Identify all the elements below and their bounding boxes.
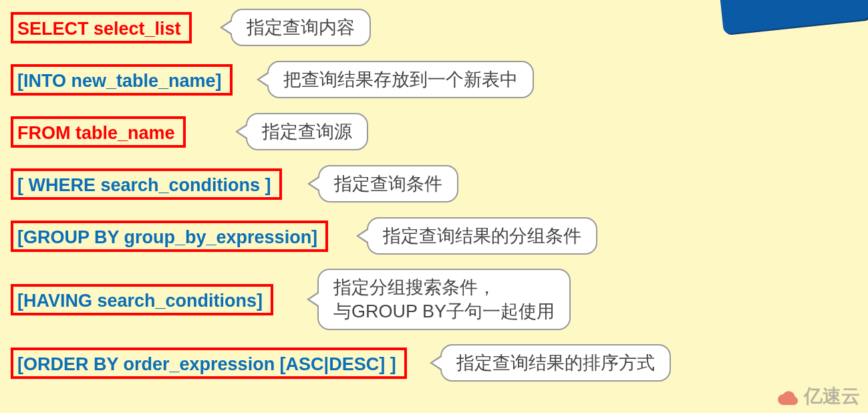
sql-clause-text: SELECT select_list [17,19,181,39]
description-bubble: 指定查询结果的排序方式 [440,344,671,382]
sql-clause-text: FROM table_name [17,123,175,143]
description-bubble: 指定查询结果的分组条件 [367,217,597,255]
diagram-row: SELECT select_list指定查询内容 [11,5,868,49]
sql-clause-box: [INTO new_table_name] [11,64,233,96]
sql-clause-box: FROM table_name [11,116,186,148]
sql-clause-box: [GROUP BY group_by_expression] [11,221,328,252]
watermark-text: 亿速云 [804,384,860,409]
cloud-logo-icon [773,386,800,407]
diagram-rows: SELECT select_list指定查询内容[INTO new_table_… [0,5,868,385]
watermark: 亿速云 [773,384,860,409]
sql-clause-box: [ORDER BY order_expression [ASC|DESC] ] [11,348,407,379]
description-bubble: 指定查询内容 [231,9,371,46]
diagram-row: [ORDER BY order_expression [ASC|DESC] ]指… [11,341,868,385]
description-bubble: 指定分组搜索条件，与GROUP BY子句一起使用 [317,269,571,331]
sql-clause-box: [ WHERE search_conditions ] [11,168,282,200]
sql-clause-text: [INTO new_table_name] [17,71,222,91]
sql-clause-box: [HAVING search_conditions] [11,284,273,315]
sql-clause-box: SELECT select_list [11,12,192,43]
diagram-row: [GROUP BY group_by_expression]指定查询结果的分组条… [11,214,868,258]
diagram-row: [ WHERE search_conditions ]指定查询条件 [11,162,868,206]
diagram-row: FROM table_name指定查询源 [11,110,868,154]
diagram-row: [HAVING search_conditions]指定分组搜索条件，与GROU… [11,266,868,333]
description-bubble: 指定查询源 [246,113,368,150]
sql-clause-text: [HAVING search_conditions] [17,291,263,311]
description-bubble: 指定查询条件 [318,165,458,202]
description-bubble: 把查询结果存放到一个新表中 [267,61,534,98]
diagram-row: [INTO new_table_name]把查询结果存放到一个新表中 [11,57,868,102]
sql-clause-text: [ORDER BY order_expression [ASC|DESC] ] [17,354,396,374]
sql-clause-text: [ WHERE search_conditions ] [17,175,271,195]
sql-clause-text: [GROUP BY group_by_expression] [17,227,317,247]
